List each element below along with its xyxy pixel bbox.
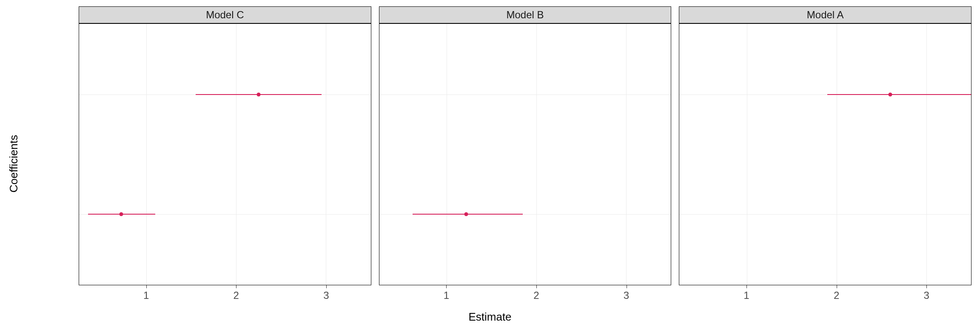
x-tick-mark (926, 285, 927, 288)
x-tick-label: 3 (924, 290, 929, 301)
x-ticks: 123 (79, 285, 371, 302)
interval-line (827, 94, 971, 95)
grid-horizontal (679, 214, 971, 215)
grid-vertical (837, 24, 837, 285)
facet-panels: Model CEducationSeniority123Model B123Mo… (79, 6, 971, 302)
facet-panel: Model A123 (679, 6, 971, 302)
grid-vertical (146, 24, 147, 285)
x-tick-mark (326, 285, 327, 288)
x-axis-title: Estimate (0, 310, 980, 324)
x-tick-label: 1 (744, 290, 749, 301)
point-estimate (256, 92, 260, 96)
grid-vertical (626, 24, 627, 285)
facet-panel: Model CEducationSeniority123 (79, 6, 371, 302)
facet-strip: Model B (379, 6, 672, 23)
x-tick-mark (837, 285, 837, 288)
point-estimate (889, 92, 892, 96)
x-tick-label: 3 (323, 290, 329, 301)
point-estimate (464, 212, 468, 216)
x-tick-label: 2 (533, 290, 539, 301)
x-tick-label: 1 (143, 290, 149, 301)
x-tick-mark (746, 285, 747, 288)
plot-area (679, 23, 971, 285)
y-tick-mark (79, 94, 79, 95)
chart-container: Coefficients Estimate Model CEducationSe… (0, 0, 980, 327)
x-tick-label: 3 (624, 290, 629, 301)
x-ticks: 123 (379, 285, 672, 302)
x-tick-mark (627, 285, 627, 288)
x-tick-label: 2 (834, 290, 839, 301)
y-tick-mark (79, 214, 79, 215)
grid-vertical (326, 24, 326, 285)
x-tick-mark (446, 285, 447, 288)
x-tick-label: 1 (444, 290, 449, 301)
grid-horizontal (379, 95, 671, 95)
facet-strip: Model C (79, 6, 371, 23)
grid-vertical (926, 24, 927, 285)
facet-strip: Model A (679, 6, 971, 23)
x-ticks: 123 (679, 285, 971, 302)
facet-panel: Model B123 (379, 6, 672, 302)
grid-vertical (536, 24, 537, 285)
grid-vertical (236, 24, 236, 285)
x-tick-mark (536, 285, 537, 288)
y-axis-title: Coefficients (8, 0, 20, 327)
grid-vertical (447, 24, 447, 285)
plot-area: EducationSeniority (79, 23, 371, 285)
point-estimate (120, 212, 123, 216)
plot-area (379, 23, 672, 285)
x-tick-label: 2 (234, 290, 239, 301)
grid-vertical (747, 24, 747, 285)
y-axis-title-text: Coefficients (8, 135, 21, 192)
x-tick-mark (146, 285, 147, 288)
x-tick-mark (236, 285, 236, 288)
